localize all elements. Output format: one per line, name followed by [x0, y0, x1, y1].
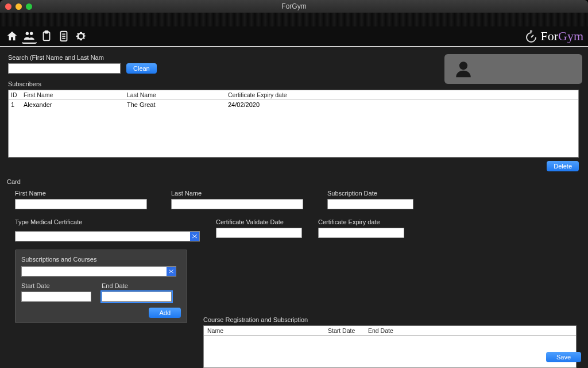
cell-exp: 24/02/2020	[228, 101, 576, 108]
clean-button[interactable]: Clean	[126, 63, 157, 74]
validate-date-input[interactable]	[216, 228, 302, 238]
search-input[interactable]	[8, 63, 121, 74]
table-row[interactable]: 1 Alexander The Great 24/02/2020	[9, 100, 578, 109]
medcert-select[interactable]	[15, 231, 200, 241]
cell-last: The Great	[127, 101, 228, 108]
header-strip	[0, 13, 588, 26]
subscription-date-input[interactable]	[327, 199, 413, 209]
first-name-input[interactable]	[15, 199, 147, 209]
people-icon[interactable]	[22, 29, 37, 44]
save-button[interactable]: Save	[546, 352, 581, 362]
sub-end-input[interactable]	[102, 292, 172, 302]
col-exp[interactable]: Certificate Expiry date	[228, 91, 576, 98]
last-name-label: Last Name	[171, 190, 303, 197]
reg-col-end[interactable]: End Date	[368, 327, 572, 334]
add-button[interactable]: Add	[149, 308, 181, 318]
medcert-label: Type Medical Certificate	[15, 218, 200, 225]
svg-line-7	[531, 35, 533, 37]
subscribers-grid[interactable]: ID First Name Last Name Certificate Expi…	[8, 90, 579, 158]
brand-logo: ForGym	[524, 29, 583, 44]
delete-button[interactable]: Delete	[547, 161, 579, 171]
card-label: Card	[7, 178, 582, 185]
expiry-date-input[interactable]	[318, 228, 404, 238]
subscriptions-box: Subscriptions and Courses Start Date End…	[15, 250, 187, 323]
avatar-icon	[454, 59, 473, 79]
main-toolbar: ForGym	[0, 26, 588, 47]
reg-col-start[interactable]: Start Date	[328, 327, 368, 334]
avatar-card	[444, 54, 582, 84]
document-icon[interactable]	[56, 29, 71, 44]
first-name-label: First Name	[15, 190, 147, 197]
col-last[interactable]: Last Name	[127, 91, 228, 98]
col-id[interactable]: ID	[11, 91, 24, 98]
clipboard-icon[interactable]	[39, 29, 54, 44]
validate-date-label: Certificate Validate Date	[216, 218, 302, 225]
home-icon[interactable]	[5, 29, 20, 44]
chevron-down-icon	[190, 232, 199, 241]
col-first[interactable]: First Name	[24, 91, 127, 98]
svg-rect-1	[45, 31, 48, 33]
sub-start-label: Start Date	[21, 282, 91, 289]
subscriptions-select[interactable]	[21, 266, 176, 277]
cell-id: 1	[11, 101, 24, 108]
expiry-date-label: Certificate Expiry date	[318, 218, 404, 225]
registration-title: Course Registration and Subscription	[203, 316, 577, 323]
registration-grid[interactable]: Name Start Date End Date	[203, 325, 577, 368]
window-titlebar: ForGym	[0, 0, 588, 13]
subscription-date-label: Subscription Date	[327, 190, 413, 197]
search-label: Search (First Name and Last Nam	[8, 54, 121, 61]
gear-icon[interactable]	[74, 29, 88, 44]
content-area: Search (First Name and Last Nam Clean Su…	[0, 47, 588, 368]
reg-col-name[interactable]: Name	[207, 327, 328, 334]
window-title: ForGym	[0, 2, 588, 10]
sub-start-input[interactable]	[21, 292, 91, 302]
svg-point-9	[459, 62, 467, 70]
last-name-input[interactable]	[171, 199, 303, 209]
sub-end-label: End Date	[102, 282, 172, 289]
cell-first: Alexander	[24, 101, 127, 108]
subscriptions-title: Subscriptions and Courses	[21, 256, 181, 263]
stopwatch-icon	[524, 29, 538, 43]
brand-text: ForGym	[540, 29, 583, 44]
chevron-down-icon	[167, 267, 176, 276]
